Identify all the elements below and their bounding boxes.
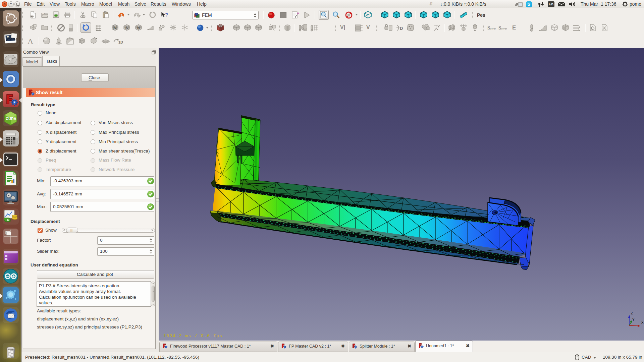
svg-text:?: ? bbox=[165, 12, 168, 17]
svg-text:olver: olver bbox=[501, 27, 507, 30]
svg-text:CURA: CURA bbox=[6, 117, 16, 121]
svg-text:D: D bbox=[400, 26, 403, 31]
svg-text:Z: Z bbox=[631, 311, 633, 315]
svg-text:X: X bbox=[641, 321, 644, 324]
svg-text:Y: Y bbox=[632, 318, 635, 321]
svg-text:1D: 1D bbox=[118, 40, 123, 44]
svg-text:N: N bbox=[114, 26, 116, 30]
svg-text:S: S bbox=[125, 26, 128, 30]
svg-text:olver: olver bbox=[490, 27, 496, 30]
svg-text:N: N bbox=[137, 26, 140, 30]
